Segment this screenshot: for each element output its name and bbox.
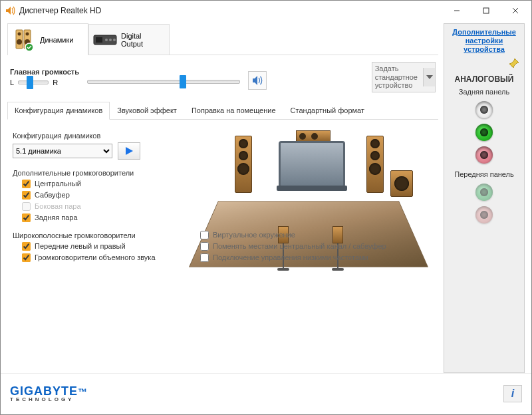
analog-heading: АНАЛОГОВЫЙ	[447, 74, 521, 84]
fullrange-heading: Широкополосные громкоговорители	[13, 231, 192, 239]
viz-tv	[279, 141, 345, 188]
checkbox-surround[interactable]: Громкоговорители объемного звука	[22, 253, 192, 262]
brand-logo: GIGABYTE™ TECHNOLOGY	[10, 385, 88, 402]
maximize-button[interactable]	[471, 1, 501, 20]
svg-rect-9	[96, 37, 102, 43]
viz-front-right[interactable]	[366, 136, 384, 193]
checkbox-swap-center-sub[interactable]: Поменять местами центральный канал / саб…	[200, 242, 386, 251]
svg-point-3	[18, 32, 21, 35]
master-volume-label: Главная громкость	[10, 68, 79, 76]
jack-front-pink[interactable]	[475, 206, 493, 223]
svg-point-12	[113, 39, 116, 41]
balance-slider[interactable]	[18, 80, 49, 84]
minimize-button[interactable]	[442, 1, 471, 20]
mute-button[interactable]	[248, 71, 267, 90]
svg-rect-0	[483, 8, 489, 13]
rear-panel-label: Задняя панель	[447, 88, 521, 96]
tab-sound-effect[interactable]: Звуковой эффект	[110, 102, 184, 119]
viz-subwoofer[interactable]	[390, 170, 413, 197]
speaker-config-heading: Конфигурация динамиков	[13, 132, 192, 140]
checkbox-side-pair: Боковая пара	[22, 202, 192, 211]
speaker-app-icon	[5, 5, 15, 16]
tab-room-correction[interactable]: Поправка на помещение	[184, 102, 283, 119]
device-tab-speakers-label: Динамики	[40, 36, 73, 44]
speaker-config-select[interactable]: 5.1 динамика	[13, 144, 112, 158]
svg-point-5	[17, 39, 22, 45]
checkbox-virtual-surround[interactable]: Виртуальное окружение	[200, 231, 386, 239]
digital-device-icon	[93, 28, 117, 52]
close-button[interactable]	[501, 1, 530, 20]
viz-front-left[interactable]	[235, 136, 252, 193]
test-play-button[interactable]	[118, 142, 140, 160]
checkbox-rear-pair[interactable]: Задняя пара	[22, 213, 192, 222]
set-default-device-button[interactable]: Задать стандартное устройство	[372, 62, 436, 92]
pin-icon[interactable]	[447, 57, 520, 70]
master-volume-slider[interactable]	[87, 80, 240, 84]
device-tab-digital-label: Digital Output	[121, 32, 165, 48]
optional-speakers-heading: Дополнительные громкоговорители	[13, 169, 192, 177]
svg-point-11	[109, 39, 112, 41]
balance-right-label: R	[53, 78, 58, 86]
device-tab-speakers[interactable]: Динамики	[7, 23, 88, 55]
checkbox-subwoofer[interactable]: Сабвуфер	[22, 191, 192, 200]
svg-point-10	[105, 39, 108, 41]
checkbox-front-lr[interactable]: Передние левый и правый	[22, 242, 192, 251]
speaker-layout-visualization: Виртуальное окружение Поменять местами ц…	[199, 126, 436, 265]
jack-front-green[interactable]	[475, 184, 493, 201]
info-button[interactable]: i	[503, 385, 522, 402]
balance-left-label: L	[10, 78, 14, 86]
jack-rear-green[interactable]	[475, 124, 493, 141]
set-default-dropdown-icon[interactable]	[423, 68, 435, 86]
front-panel-label: Передняя панель	[447, 170, 521, 178]
speakers-device-icon	[12, 28, 36, 52]
svg-point-4	[26, 32, 29, 35]
device-tab-digital[interactable]: Digital Output	[88, 24, 170, 55]
tab-speaker-config[interactable]: Конфигурация динамиков	[7, 102, 110, 120]
checkbox-center[interactable]: Центральный	[22, 180, 192, 188]
jack-rear-blue[interactable]	[475, 101, 493, 118]
tab-default-format[interactable]: Стандартный формат	[283, 102, 372, 119]
window-title: Диспетчер Realtek HD	[19, 6, 101, 15]
jack-rear-pink[interactable]	[475, 146, 493, 164]
advanced-device-settings-link[interactable]: Дополнительные настройки устройства	[447, 28, 521, 55]
checkbox-bass-mgmt[interactable]: Подключение управления низкими частотами	[200, 253, 386, 262]
